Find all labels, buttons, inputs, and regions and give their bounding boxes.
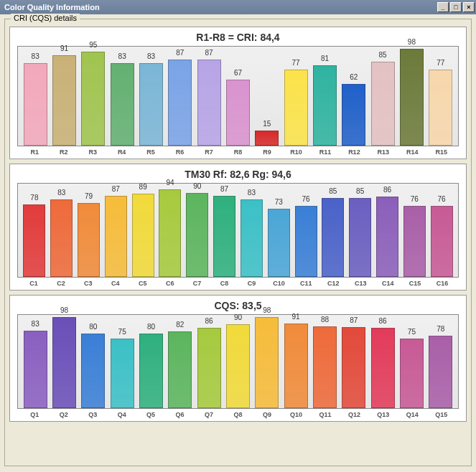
cqs-chart-panel: CQS: 83,5 839880758082869098918887867578… bbox=[9, 295, 467, 422]
bar bbox=[268, 209, 290, 277]
bar bbox=[197, 60, 221, 146]
bar-slot: 98 bbox=[50, 315, 78, 408]
bar-value-label: 76 bbox=[401, 195, 428, 203]
bar-value-label: 90 bbox=[223, 313, 252, 321]
axis-category-label: Q7 bbox=[195, 409, 223, 418]
axis-category-label: C5 bbox=[129, 278, 157, 287]
axis-category-label: Q11 bbox=[311, 409, 340, 418]
axis-category-label: R12 bbox=[340, 146, 368, 156]
bar bbox=[111, 339, 134, 409]
bar-slot: 86 bbox=[195, 315, 223, 408]
bar-slot: 78 bbox=[426, 315, 455, 408]
bar-value-label: 15 bbox=[253, 120, 281, 128]
close-button[interactable]: × bbox=[463, 2, 475, 12]
bar bbox=[24, 63, 47, 146]
axis-category-label: R6 bbox=[165, 146, 194, 156]
axis-category-label: C14 bbox=[374, 278, 401, 287]
bar-slot: 62 bbox=[340, 47, 368, 146]
bar-slot: 82 bbox=[166, 315, 195, 408]
bar-value-label: 90 bbox=[184, 182, 211, 190]
minimize-button[interactable]: _ bbox=[437, 2, 449, 12]
axis-category-label: Q5 bbox=[136, 409, 165, 418]
bar bbox=[403, 206, 426, 277]
axis-category-label: R10 bbox=[281, 146, 310, 156]
axis-category-label: R8 bbox=[223, 146, 252, 156]
bar bbox=[81, 52, 105, 146]
bar bbox=[313, 65, 337, 146]
bar-slot: 87 bbox=[102, 184, 129, 277]
bar-value-label: 86 bbox=[368, 317, 397, 325]
bar bbox=[23, 204, 45, 277]
bar-slot: 83 bbox=[238, 184, 266, 277]
bar-value-label: 77 bbox=[281, 59, 310, 67]
cri-chart-panel: R1-R8 = CRI: 84,4 8391958383878767157781… bbox=[9, 27, 467, 159]
bar bbox=[226, 324, 250, 408]
axis-category-label: Q4 bbox=[107, 409, 136, 418]
bar bbox=[342, 84, 365, 146]
bar-value-label: 94 bbox=[157, 179, 184, 187]
axis-category-label: R14 bbox=[398, 146, 426, 156]
bar-value-label: 73 bbox=[265, 198, 292, 206]
bar bbox=[400, 49, 424, 146]
axis-category-label: R15 bbox=[427, 146, 456, 156]
bar-value-label: 91 bbox=[281, 313, 310, 321]
axis-category-label: R1 bbox=[20, 146, 49, 156]
axis-category-label: R7 bbox=[195, 146, 223, 156]
bar bbox=[111, 63, 134, 146]
axis-category-label: R4 bbox=[107, 146, 136, 156]
axis-category-label: Q6 bbox=[165, 409, 194, 418]
bar-slot: 87 bbox=[211, 184, 238, 277]
bar bbox=[168, 331, 192, 408]
bar bbox=[50, 199, 73, 277]
bar bbox=[78, 203, 100, 277]
bar-value-label: 67 bbox=[223, 69, 252, 77]
bar-slot: 86 bbox=[368, 315, 397, 408]
bar bbox=[284, 70, 308, 146]
bar-slot: 87 bbox=[195, 47, 223, 146]
axis-category-label: Q12 bbox=[340, 409, 368, 418]
bar-value-label: 98 bbox=[253, 306, 281, 314]
axis-category-label: R9 bbox=[253, 146, 281, 156]
bar-slot: 76 bbox=[401, 184, 428, 277]
axis-category-label: C9 bbox=[238, 278, 266, 287]
bar-slot: 75 bbox=[108, 315, 136, 408]
bar bbox=[132, 194, 154, 277]
bar-slot: 75 bbox=[397, 315, 426, 408]
bar-value-label: 80 bbox=[136, 323, 165, 331]
bar-slot: 98 bbox=[397, 47, 426, 146]
axis-category-label: C6 bbox=[157, 278, 184, 287]
bar-slot: 81 bbox=[310, 47, 339, 146]
axis-category-label: C4 bbox=[102, 278, 129, 287]
axis-category-label: C2 bbox=[47, 278, 75, 287]
axis-category-label: C7 bbox=[184, 278, 211, 287]
bar-slot: 95 bbox=[79, 47, 108, 146]
bar-slot: 83 bbox=[21, 47, 50, 146]
axis-category-label: Q14 bbox=[398, 409, 426, 418]
bar bbox=[255, 317, 279, 408]
bar-slot: 83 bbox=[21, 315, 50, 408]
bar bbox=[159, 189, 181, 277]
bar-value-label: 76 bbox=[292, 195, 319, 203]
bar bbox=[400, 339, 424, 409]
axis-category-label: Q2 bbox=[49, 409, 78, 418]
axis-category-label: R3 bbox=[78, 146, 107, 156]
bar-value-label: 78 bbox=[426, 325, 455, 333]
bar-slot: 80 bbox=[79, 315, 108, 408]
bar-value-label: 88 bbox=[310, 316, 339, 324]
bar-slot: 94 bbox=[157, 184, 184, 277]
bar-value-label: 75 bbox=[397, 328, 426, 336]
bar-value-label: 86 bbox=[374, 186, 401, 194]
bar-slot: 87 bbox=[340, 315, 368, 408]
bar bbox=[322, 198, 344, 278]
bar bbox=[81, 334, 105, 408]
maximize-button[interactable]: □ bbox=[450, 2, 462, 12]
bar-slot: 91 bbox=[281, 315, 310, 408]
bar-slot: 91 bbox=[50, 47, 78, 146]
bar bbox=[52, 317, 76, 408]
bar bbox=[429, 70, 452, 146]
bar-value-label: 87 bbox=[102, 185, 129, 193]
axis-category-label: Q10 bbox=[281, 409, 310, 418]
bar-value-label: 83 bbox=[238, 189, 266, 197]
bar-value-label: 83 bbox=[108, 52, 136, 60]
axis-category-label: C16 bbox=[429, 278, 456, 287]
